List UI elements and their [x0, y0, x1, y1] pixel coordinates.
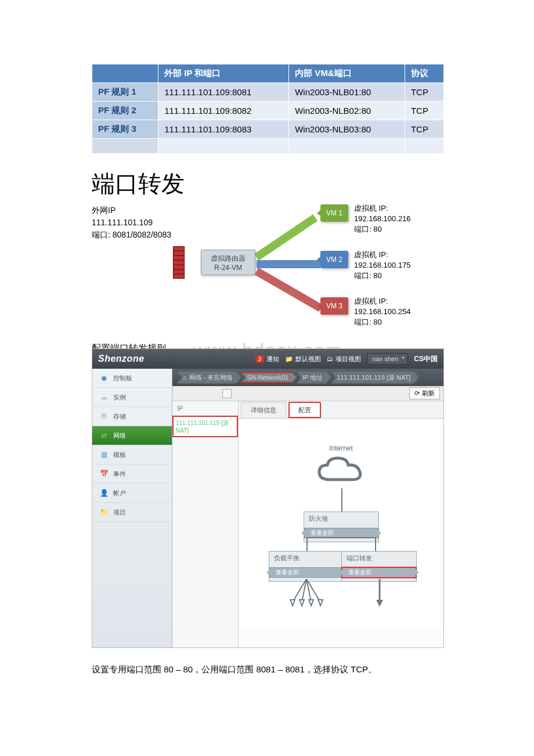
- router-label: 虚拟路由器: [211, 254, 246, 264]
- refresh-button[interactable]: ⟳刷新: [409, 387, 440, 399]
- refresh-icon: ⟳: [414, 390, 420, 397]
- sidebar-label: 帐户: [113, 489, 126, 498]
- vm2-port: 端口: 80: [354, 271, 440, 281]
- view-default-label: 默认视图: [295, 355, 321, 363]
- loadbalance-arrows-icon: [288, 579, 325, 608]
- router-name: R-24-VM: [214, 264, 242, 272]
- logo: Shenzone: [98, 354, 162, 364]
- breadcrumb-bar: 网络 - 来宾网络 SN-Network01 IP 地址 111.111.101…: [172, 369, 443, 386]
- detail-panel: 详细信息 配置 Internet 防火墙 查看全部: [239, 401, 443, 647]
- user-selector[interactable]: nan shen: [367, 353, 408, 365]
- ip-list-header: IP: [172, 401, 238, 416]
- rule-3-name: PF 规则 3: [92, 120, 158, 139]
- topo-loadbalance-box: 负载平衡 查看全部: [269, 551, 344, 582]
- arrow-to-vm1: [254, 214, 317, 261]
- loadbalance-view-all-button[interactable]: 查看全部: [269, 567, 344, 578]
- sidebar-item-storage[interactable]: ⛃存储: [92, 407, 172, 426]
- briefcase-icon: 🗂: [327, 355, 333, 362]
- vm1-box: VM 1: [320, 204, 348, 222]
- source-label: 外网IP: [92, 204, 171, 217]
- dashboard-icon: ◉: [99, 373, 109, 383]
- portforward-view-all-button[interactable]: 查看全部: [342, 567, 416, 578]
- sidebar-label: 模板: [113, 451, 126, 459]
- cloud-icon: ☁: [99, 393, 109, 402]
- diagram-source: 外网IP 111.111.101.109 端口: 8081/8082/8083: [92, 204, 171, 241]
- ip-list-panel: IP 111.111.101.119 [源 NAT]: [172, 401, 239, 647]
- firewall-icon: [173, 246, 185, 279]
- topo-branch-h: [306, 537, 376, 538]
- vm2-ip: 虚拟机 IP: 192.168.100.175: [354, 250, 440, 271]
- topbar: Shenzone 3 通知 📁 默认视图 🗂 项目视图 nan shen CS中…: [92, 349, 443, 369]
- notification-badge: 3: [255, 355, 265, 363]
- rule-1-name: PF 规则 1: [92, 83, 158, 102]
- vm1-port: 端口: 80: [354, 224, 440, 235]
- rule-3-proto: TCP: [405, 120, 443, 139]
- rule-1-proto: TCP: [405, 83, 443, 102]
- vm2-box: VM 2: [320, 251, 348, 268]
- view-default-button[interactable]: 📁 默认视图: [285, 355, 321, 363]
- topo-branch-right: [375, 537, 376, 551]
- pf-rules-table: 外部 IP 和端口 内部 VM&端口 协议 PF 规则 1 111.111.10…: [92, 64, 444, 154]
- sidebar-item-projects[interactable]: 📁项目: [92, 503, 172, 522]
- sidebar: ◉控制板 ☁实例 ⛃存储 ⇄网络 ▦模板 📅事件 👤帐户 📁项目: [92, 369, 172, 647]
- sidebar-item-network[interactable]: ⇄网络: [92, 426, 172, 445]
- tab-details[interactable]: 详细信息: [241, 402, 286, 418]
- rule-3-int: Win2003-NLB03:80: [289, 120, 405, 139]
- sidebar-item-events[interactable]: 📅事件: [92, 465, 172, 484]
- view-project-label: 项目视图: [335, 355, 361, 363]
- rule-1-ext: 111.111.101.109:8081: [158, 83, 289, 102]
- grid-icon[interactable]: [222, 389, 232, 398]
- col-proto: 协议: [405, 64, 443, 83]
- vm2-text: 虚拟机 IP: 192.168.100.175 端口: 80: [354, 250, 440, 282]
- storage-icon: ⛃: [99, 412, 109, 421]
- rule-2-proto: TCP: [405, 102, 443, 120]
- tab-config[interactable]: 配置: [288, 402, 321, 418]
- breadcrumb-home[interactable]: 网络 - 来宾网络: [177, 372, 241, 384]
- view-project-button[interactable]: 🗂 项目视图: [327, 355, 361, 363]
- notification-label: 通知: [266, 355, 279, 363]
- footer-instruction: 设置专用端口范围 80 – 80，公用端口范围 8081 – 8081，选择协议…: [92, 664, 444, 675]
- sidebar-item-accounts[interactable]: 👤帐户: [92, 484, 172, 503]
- folder-icon: 📁: [285, 355, 293, 363]
- ip-list-item[interactable]: 111.111.101.119 [源 NAT]: [172, 416, 238, 437]
- cloud-console: Shenzone 3 通知 📁 默认视图 🗂 项目视图 nan shen CS中…: [92, 348, 444, 648]
- portforward-arrow-icon: [375, 579, 384, 608]
- source-ip: 111.111.101.109: [92, 217, 171, 229]
- arrow-to-vm3: [255, 268, 323, 312]
- source-ports: 端口: 8081/8082/8083: [92, 229, 171, 241]
- notification-button[interactable]: 3 通知: [255, 355, 280, 363]
- brand-label: CS中国: [414, 354, 438, 364]
- rule-2-int: Win2003-NLB02:80: [289, 102, 405, 120]
- tabs: 详细信息 配置: [239, 401, 443, 419]
- vm3-port: 端口: 80: [354, 317, 440, 327]
- breadcrumb-ip-addresses[interactable]: IP 地址: [297, 372, 331, 384]
- user-icon: 👤: [99, 488, 109, 498]
- breadcrumb-network-name[interactable]: SN-Network01: [241, 372, 297, 383]
- sub-toolbar: ⟳刷新: [172, 386, 443, 401]
- template-icon: ▦: [99, 450, 109, 459]
- port-forward-diagram: 外网IP 111.111.101.109 端口: 8081/8082/8083 …: [92, 204, 440, 332]
- section-title-port-forward: 端口转发: [92, 168, 444, 200]
- breadcrumb-ip-current[interactable]: 111.111.101.119 [源 NAT]: [331, 372, 418, 384]
- calendar-icon: 📅: [99, 469, 109, 478]
- col-blank: [92, 64, 158, 83]
- vm1-text: 虚拟机 IP: 192.168.100.216 端口: 80: [354, 203, 440, 235]
- col-ext: 外部 IP 和端口: [158, 64, 289, 83]
- topo-portforward-box: 端口转发 查看全部: [341, 551, 417, 582]
- rule-1-int: Win2003-NLB01:80: [289, 83, 405, 102]
- sidebar-label: 网络: [113, 431, 126, 440]
- network-topology: Internet 防火墙 查看全部 负载平衡 查看全部: [239, 419, 443, 628]
- sidebar-item-instances[interactable]: ☁实例: [92, 388, 172, 407]
- firewall-label: 防火墙: [304, 512, 378, 525]
- sidebar-item-templates[interactable]: ▦模板: [92, 445, 172, 465]
- vm3-ip: 虚拟机 IP: 192.168.100.254: [354, 296, 440, 317]
- vm1-ip: 虚拟机 IP: 192.168.100.216: [354, 203, 440, 224]
- vm3-text: 虚拟机 IP: 192.168.100.254 端口: 80: [354, 296, 440, 328]
- sidebar-item-dashboard[interactable]: ◉控制板: [92, 369, 172, 388]
- rule-2-ext: 111.111.101.109:8082: [158, 102, 289, 120]
- cloud-label: Internet: [329, 444, 353, 452]
- sidebar-label: 实例: [113, 393, 126, 402]
- main-panel: 网络 - 来宾网络 SN-Network01 IP 地址 111.111.101…: [172, 369, 443, 647]
- arrow-to-vm2: [257, 260, 320, 268]
- sidebar-label: 存储: [113, 412, 126, 421]
